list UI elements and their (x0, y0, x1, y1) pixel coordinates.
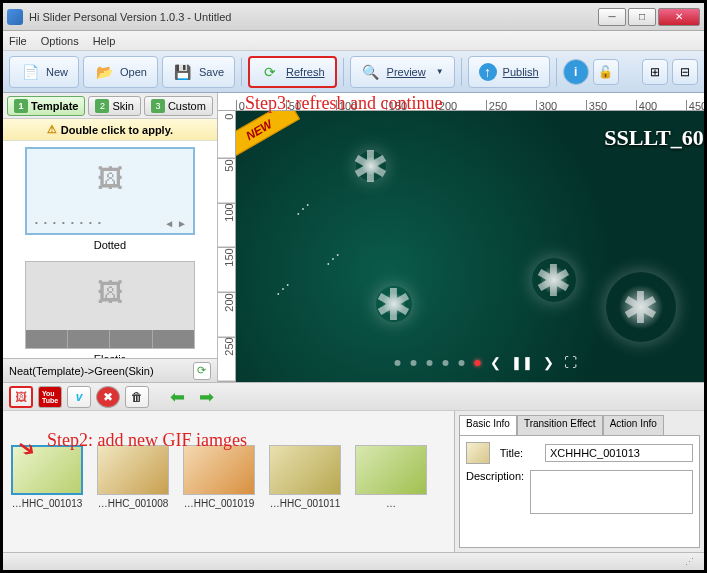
save-icon: 💾 (173, 62, 193, 82)
title-input[interactable] (545, 444, 693, 462)
expand-button[interactable]: ⊞ (642, 59, 668, 85)
thumbnail[interactable]: …HHC_001011 (269, 445, 341, 546)
left-status: Neat(Template)->Green(Skin) ⟳ (3, 358, 217, 382)
watermark: SSLLT_6017 (604, 125, 704, 151)
resize-grip[interactable]: ⋰ (685, 557, 696, 567)
nav-dot[interactable] (394, 360, 400, 366)
tab-template[interactable]: 1Template (7, 96, 85, 116)
thumbnail[interactable]: …HHC_001008 (97, 445, 169, 546)
collapse-button[interactable]: ⊟ (672, 59, 698, 85)
window-title: Hi Slider Personal Version 1.0.3 - Untit… (29, 11, 596, 23)
info-button[interactable]: i (563, 59, 589, 85)
refresh-templates-button[interactable]: ⟳ (193, 362, 211, 380)
template-label: Dotted (9, 239, 211, 251)
add-image-button[interactable]: 🖼 (9, 386, 33, 408)
tab-action[interactable]: Action Info (603, 415, 664, 435)
menu-options[interactable]: Options (41, 35, 79, 47)
thumbnail[interactable]: … (355, 445, 427, 546)
toolbar: 📄New 📂Open 💾Save ⟳Refresh 🔍Preview▼ ↑Pub… (3, 51, 704, 93)
desc-label: Description: (466, 470, 524, 482)
magnify-icon: 🔍 (361, 62, 381, 82)
nav-dot[interactable] (458, 360, 464, 366)
slider-nav: ❮ ❚❚ ❯ ⛶ (394, 355, 577, 370)
close-button[interactable]: ✕ (658, 8, 700, 26)
template-item[interactable]: 🖼 Elastic (9, 261, 211, 358)
preview-button[interactable]: 🔍Preview▼ (350, 56, 455, 88)
tab-skin[interactable]: 2Skin (88, 96, 140, 116)
file-icon: 📄 (20, 62, 40, 82)
menubar: File Options Help (3, 31, 704, 51)
template-item[interactable]: 🖼• • • • • • • •◄ ► Dotted (9, 147, 211, 251)
prev-image-button[interactable]: ⬅ (165, 386, 189, 408)
preview-canvas[interactable]: NEW SSLLT_6017 ⋰ ⋰ ⋰ (236, 111, 704, 382)
open-button[interactable]: 📂Open (83, 56, 158, 88)
refresh-button[interactable]: ⟳Refresh (248, 56, 337, 88)
publish-button[interactable]: ↑Publish (468, 56, 550, 88)
statusbar: ⋰ (3, 552, 704, 570)
app-icon (7, 9, 23, 25)
vimeo-button[interactable]: v (67, 386, 91, 408)
hint-bar: ⚠Double click to apply. (3, 119, 217, 141)
next-icon[interactable]: ❯ (543, 355, 554, 370)
tab-basic-info[interactable]: Basic Info (459, 415, 517, 435)
thumbnail[interactable]: …HHC_001019 (183, 445, 255, 546)
properties-panel: Basic Info Transition Effect Action Info… (454, 411, 704, 552)
nav-dot[interactable] (410, 360, 416, 366)
lock-button[interactable]: 🔓 (593, 59, 619, 85)
menu-file[interactable]: File (9, 35, 27, 47)
prev-icon[interactable]: ❮ (490, 355, 501, 370)
new-badge: NEW (236, 111, 300, 160)
nav-dot-active[interactable] (474, 360, 480, 366)
delete-button[interactable]: ✖ (96, 386, 120, 408)
titlebar: Hi Slider Personal Version 1.0.3 - Untit… (3, 3, 704, 31)
pause-icon[interactable]: ❚❚ (511, 355, 533, 370)
next-image-button[interactable]: ➡ (194, 386, 218, 408)
title-label: Title: (500, 447, 539, 459)
thumbnail-strip[interactable]: …HHC_001013 …HHC_001008 …HHC_001019 …HHC… (3, 411, 454, 552)
template-skin-status: Neat(Template)->Green(Skin) (9, 365, 154, 377)
desc-input[interactable] (530, 470, 693, 514)
youtube-button[interactable]: YouTube (38, 386, 62, 408)
new-button[interactable]: 📄New (9, 56, 79, 88)
save-button[interactable]: 💾Save (162, 56, 235, 88)
nav-dot[interactable] (426, 360, 432, 366)
tab-custom[interactable]: 3Custom (144, 96, 213, 116)
fullscreen-icon[interactable]: ⛶ (564, 355, 577, 370)
maximize-button[interactable]: □ (628, 8, 656, 26)
thumbnail[interactable]: …HHC_001013 (11, 445, 83, 546)
folder-icon: 📂 (94, 62, 114, 82)
template-list[interactable]: 🖼• • • • • • • •◄ ► Dotted 🖼 Elastic (3, 141, 217, 358)
ruler-vertical: 050100150200250 (218, 111, 236, 382)
bottom-toolbar: 🖼 YouTube v ✖ 🗑 ⬅ ➡ (3, 383, 704, 411)
ruler-horizontal: 050100150200250300350400450 (218, 93, 704, 111)
left-panel: 1Template 2Skin 3Custom ⚠Double click to… (3, 93, 218, 382)
property-thumb (466, 442, 490, 464)
refresh-icon: ⟳ (260, 62, 280, 82)
menu-help[interactable]: Help (93, 35, 116, 47)
minimize-button[interactable]: ─ (598, 8, 626, 26)
upload-icon: ↑ (479, 63, 497, 81)
nav-dot[interactable] (442, 360, 448, 366)
clear-button[interactable]: 🗑 (125, 386, 149, 408)
tab-transition[interactable]: Transition Effect (517, 415, 603, 435)
